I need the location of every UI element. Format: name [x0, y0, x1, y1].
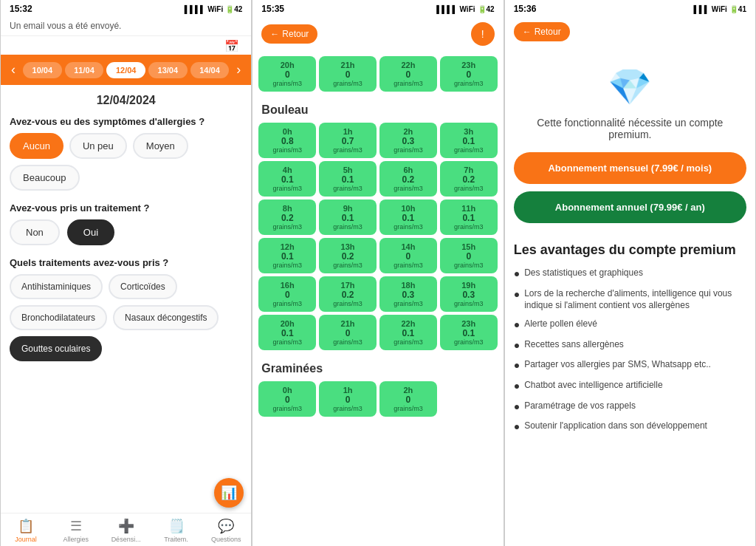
nav-journal[interactable]: 📋 Journal	[1, 518, 51, 543]
bouleau-hour-value-19: 0.3	[443, 290, 495, 300]
advantage-item-2: ●Alerte pollen élevé	[514, 318, 746, 332]
advantage-item-1: ●Lors de la recherche d'aliments, intell…	[514, 287, 746, 313]
bouleau-hour-unit-2: grains/m3	[382, 146, 434, 154]
date-nav: ‹ 10/04 11/04 12/04 13/04 14/04 ›	[1, 55, 251, 85]
bouleau-hour-label-9: 9h	[322, 204, 374, 213]
nav-journal-label: Journal	[15, 536, 37, 543]
bullet-2: ●	[514, 318, 520, 332]
bouleau-hour-2: 2h 0.3 grains/m3	[379, 123, 437, 158]
phone2-header: ← Retour !	[252, 18, 503, 50]
phone3-header: ← Retour	[505, 18, 755, 46]
hour-22-top-unit: grains/m3	[382, 80, 434, 87]
graminees-hour-unit-1: grains/m3	[322, 405, 374, 412]
date-pill-2[interactable]: 12/04	[106, 62, 145, 78]
status-bar-1: 15:32 ▌▌▌▌ WiFi 🔋42	[1, 0, 251, 18]
advantage-text-2: Alerte pollen élevé	[524, 318, 597, 330]
bouleau-hour-6: 6h 0.2 grains/m3	[379, 161, 437, 197]
bouleau-hour-23: 23h 0.1 grains/m3	[440, 315, 498, 350]
battery-icon-3: 🔋41	[729, 5, 746, 13]
wifi-icon-3: WiFi	[712, 5, 727, 13]
top-hours-grid: 20h 0 grains/m3 21h 0 grains/m3 22h 0 gr…	[258, 56, 497, 92]
advantage-item-5: ●Chatbot avec intelligence artificielle	[514, 379, 746, 394]
bouleau-hour-22: 22h 0.1 grains/m3	[379, 315, 437, 350]
nav-questions[interactable]: 💬 Questions	[201, 518, 251, 543]
back-button-2[interactable]: ← Retour	[261, 24, 317, 44]
treatment-corticoides[interactable]: Corticoïdes	[109, 274, 177, 299]
bouleau-hour-unit-7: grains/m3	[443, 185, 495, 192]
date-next-button[interactable]: ›	[232, 61, 245, 79]
advantage-text-6: Paramétrage de vos rappels	[524, 400, 636, 412]
help-button[interactable]: !	[471, 22, 495, 46]
premium-icon-area: 💎	[514, 66, 746, 108]
bouleau-hour-label-20: 20h	[261, 319, 313, 328]
graminees-grid: 0h 0 grains/m3 1h 0 grains/m3 2h 0 grain…	[258, 381, 497, 417]
back-arrow-icon-2: ←	[270, 29, 279, 39]
hour-21-top-label: 21h	[322, 61, 374, 69]
date-prev-button[interactable]: ‹	[7, 61, 20, 79]
bouleau-hour-label-15: 15h	[443, 242, 495, 251]
symptom-moyen[interactable]: Moyen	[133, 133, 188, 159]
gem-icon: 💎	[608, 66, 652, 108]
bouleau-hour-value-22: 0.1	[382, 328, 434, 338]
phone3: 15:36 ▌▌▌ WiFi 🔋41 ← Retour 💎 Cette fonc…	[504, 0, 756, 546]
premium-message: Cette fonctionnalité nécessite un compte…	[514, 117, 746, 140]
bouleau-hour-unit-20: grains/m3	[261, 338, 313, 346]
battery-icon: 🔋42	[225, 5, 242, 13]
monthly-sub-button[interactable]: Abonnement mensuel (7.99€ / mois)	[514, 152, 746, 184]
bouleau-hour-value-12: 0.1	[261, 251, 313, 262]
bouleau-hour-21: 21h 0 grains/m3	[319, 315, 377, 350]
bouleau-hour-label-1: 1h	[322, 127, 374, 136]
symptom-beaucoup[interactable]: Beaucoup	[10, 165, 80, 191]
bouleau-hour-value-23: 0.1	[443, 328, 495, 338]
hour-cell-22-top: 22h 0 grains/m3	[379, 56, 437, 92]
hour-22-top-value: 0	[382, 69, 434, 80]
nav-traitem[interactable]: 🗒️ Traitem.	[151, 518, 202, 543]
advantage-text-4: Partager vos allergies par SMS, Whatsapp…	[524, 358, 711, 371]
signal-icon-3: ▌▌▌	[694, 5, 709, 13]
bouleau-hour-14: 14h 0 grains/m3	[379, 238, 437, 273]
symptom-unpeu[interactable]: Un peu	[69, 133, 127, 159]
annual-sub-button[interactable]: Abonnement annuel (79.99€ / an)	[514, 191, 746, 223]
bouleau-hour-9: 9h 0.1 grains/m3	[319, 199, 377, 235]
yn-oui[interactable]: Oui	[67, 219, 114, 245]
nav-allergies[interactable]: ☰ Allergies	[51, 518, 101, 543]
bullet-3: ●	[514, 338, 520, 353]
bouleau-hour-label-21: 21h	[322, 319, 374, 328]
hour-23-top-value: 0	[443, 69, 495, 80]
back-button-3[interactable]: ← Retour	[514, 22, 570, 41]
bouleau-hour-value-6: 0.2	[382, 174, 434, 185]
date-pill-1[interactable]: 11/04	[65, 62, 104, 78]
bouleau-hour-value-5: 0.1	[322, 174, 374, 185]
phone3-main-content: 💎 Cette fonctionnalité nécessite un comp…	[505, 46, 755, 546]
yn-non[interactable]: Non	[10, 219, 60, 245]
bouleau-hour-unit-22: grains/m3	[382, 338, 434, 346]
symptom-aucun[interactable]: Aucun	[10, 133, 63, 159]
symptom-question: Avez-vous eu des symptômes d'allergies ?	[10, 116, 242, 127]
bouleau-hour-label-3: 3h	[443, 127, 495, 136]
date-pill-4[interactable]: 14/04	[190, 62, 230, 78]
treatment-question: Avez-vous pris un traitement ?	[10, 202, 242, 214]
treatment-gouttes[interactable]: Gouttes oculaires	[10, 336, 102, 361]
nav-traitem-label: Traitem.	[164, 536, 188, 543]
hour-23-top-unit: grains/m3	[443, 80, 495, 87]
advantage-item-6: ●Paramétrage de vos rappels	[514, 400, 746, 414]
bullet-6: ●	[514, 400, 520, 414]
bouleau-hour-label-4: 4h	[261, 165, 313, 174]
graminees-hour-0: 0h 0 grains/m3	[258, 381, 316, 417]
bouleau-hour-value-21: 0	[322, 328, 374, 338]
bouleau-hour-unit-0: grains/m3	[261, 146, 313, 154]
date-pill-3[interactable]: 13/04	[148, 62, 188, 78]
bouleau-hour-unit-17: grains/m3	[322, 300, 374, 307]
treatment-antihistaminiques[interactable]: Antihistaminiques	[10, 274, 103, 299]
date-pill-0[interactable]: 10/04	[23, 62, 62, 78]
nav-desensi[interactable]: ➕ Désensi...	[101, 518, 151, 543]
treatment-broncho[interactable]: Bronchodilatateurs	[10, 305, 107, 330]
advantage-item-3: ●Recettes sans allergènes	[514, 338, 746, 353]
advantage-text-7: Soutenir l'application dans son développ…	[524, 420, 707, 432]
nav-desensi-label: Désensi...	[111, 536, 141, 543]
treatment-nasaux[interactable]: Nasaux décongestifs	[113, 305, 219, 330]
calendar-icon[interactable]: 📅	[219, 38, 245, 53]
graminees-hour-label-1: 1h	[322, 386, 374, 395]
bouleau-hour-label-22: 22h	[382, 319, 434, 328]
hour-cell-21-top: 21h 0 grains/m3	[319, 56, 377, 92]
